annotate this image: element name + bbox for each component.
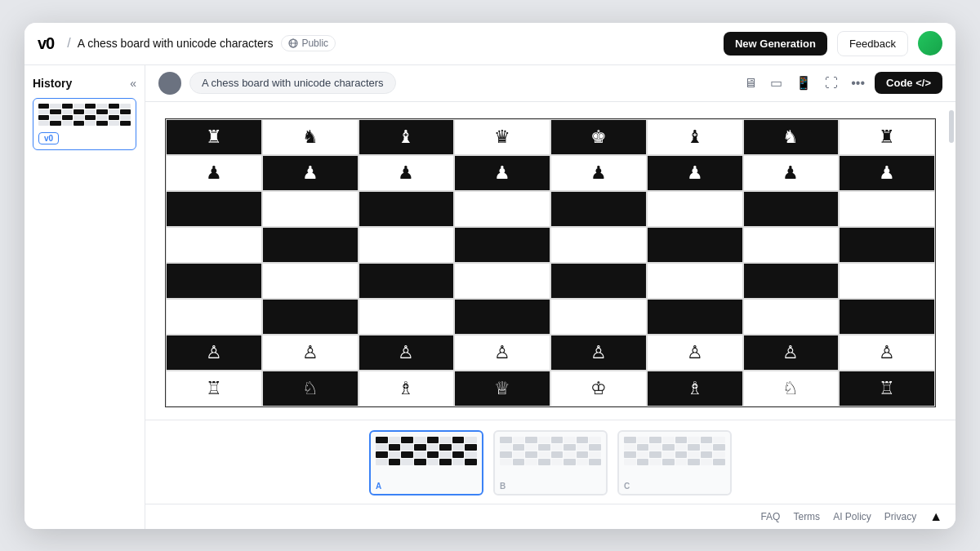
chess-cell: ♕ (454, 371, 550, 407)
variant-b-label: B (500, 482, 506, 491)
chess-cell (839, 263, 935, 299)
chess-cell: ♔ (550, 371, 647, 407)
chess-cell: ♜ (839, 119, 935, 155)
chess-cell: ♟ (743, 155, 840, 191)
chess-cell (166, 299, 262, 335)
chess-cell (262, 191, 359, 227)
chess-cell: ♙ (550, 335, 647, 371)
scrollbar[interactable] (949, 102, 956, 420)
faq-link[interactable]: FAQ (760, 511, 780, 522)
chess-cell: ♟ (262, 155, 359, 191)
chess-cell: ♘ (262, 371, 359, 407)
toolbar-right: 🖥 ▭ 📱 ⛶ ••• Code </> (741, 72, 942, 94)
chess-cell (550, 299, 647, 335)
globe-icon (288, 38, 298, 48)
chess-cell: ♖ (166, 371, 262, 407)
more-icon[interactable]: ••• (848, 73, 868, 94)
version-badge: v0 (38, 132, 59, 144)
history-title: History (33, 77, 72, 90)
deploy-button[interactable]: ▲ (929, 509, 942, 524)
chess-cell (166, 191, 262, 227)
chess-cell (839, 191, 935, 227)
chess-cell (839, 299, 935, 335)
variant-b[interactable]: B (493, 430, 608, 495)
chess-cell: ♙ (262, 335, 359, 371)
chess-cell: ♙ (454, 335, 550, 371)
history-item[interactable]: v0 (33, 98, 136, 150)
chess-cell (647, 299, 743, 335)
breadcrumb-slash: / (67, 36, 70, 51)
user-avatar (918, 31, 942, 56)
variant-b-thumbnail (500, 437, 601, 465)
chess-cell (359, 299, 455, 335)
terms-link[interactable]: Terms (793, 511, 820, 522)
chess-cell (359, 227, 455, 263)
chess-cell (743, 299, 840, 335)
chess-cell: ♟ (454, 155, 550, 191)
public-label: Public (301, 38, 328, 49)
mobile-icon[interactable]: 📱 (792, 72, 815, 94)
variant-c[interactable]: C (617, 430, 732, 495)
variant-c-thumbnail (624, 437, 725, 465)
chess-cell: ♛ (454, 119, 550, 155)
header-right: New Generation Feedback (724, 31, 942, 56)
chess-cell (454, 299, 550, 335)
chess-cell: ♙ (166, 335, 262, 371)
chess-cell: ♝ (359, 119, 455, 155)
chess-cell: ♟ (359, 155, 455, 191)
chess-cell: ♙ (743, 335, 840, 371)
project-title: A chess board with unicode characters (78, 37, 274, 50)
chess-cell (839, 227, 935, 263)
main-panel: A chess board with unicode characters 🖥 … (145, 65, 956, 529)
chess-cell (647, 191, 743, 227)
chess-cell (166, 227, 262, 263)
chess-cell: ♜ (166, 119, 262, 155)
sidebar-header: History « (33, 77, 136, 90)
toolbar: A chess board with unicode characters 🖥 … (145, 65, 956, 102)
toolbar-avatar (158, 72, 181, 95)
variants-bar: A B (145, 420, 956, 504)
variant-a[interactable]: A (369, 430, 483, 495)
prompt-tag[interactable]: A chess board with unicode characters (189, 72, 396, 94)
feedback-button[interactable]: Feedback (837, 31, 908, 56)
sidebar: History « v0 (24, 65, 145, 529)
chess-cell (359, 263, 455, 299)
chess-cell (550, 191, 647, 227)
chess-cell: ♙ (839, 335, 935, 371)
chess-cell (743, 191, 840, 227)
new-generation-button[interactable]: New Generation (724, 32, 827, 56)
chess-cell (454, 227, 550, 263)
chess-cell: ♟ (647, 155, 743, 191)
chess-cell (262, 299, 359, 335)
chess-cell (743, 227, 840, 263)
sidebar-collapse-button[interactable]: « (130, 77, 136, 90)
chess-cell (550, 263, 647, 299)
chess-cell: ♗ (359, 371, 455, 407)
scrollbar-thumb[interactable] (949, 110, 954, 143)
chess-cell: ♟ (166, 155, 262, 191)
public-badge: Public (281, 35, 336, 51)
variant-a-thumbnail (376, 437, 477, 465)
header: v0 / A chess board with unicode characte… (24, 23, 956, 65)
chess-cell (262, 263, 359, 299)
chess-cell: ♟ (839, 155, 935, 191)
app-window: v0 / A chess board with unicode characte… (24, 23, 956, 529)
desktop-icon[interactable]: 🖥 (741, 73, 760, 94)
chess-cell: ♞ (743, 119, 840, 155)
ai-policy-link[interactable]: AI Policy (833, 511, 871, 522)
variant-a-label: A (376, 482, 381, 491)
chess-cell: ♙ (359, 335, 455, 371)
chess-cell: ♘ (743, 371, 840, 407)
chess-cell: ♝ (647, 119, 743, 155)
code-button[interactable]: Code </> (875, 72, 942, 94)
chess-cell: ♗ (647, 371, 743, 407)
chess-cell (647, 263, 743, 299)
chess-cell (166, 263, 262, 299)
preview-area: ♜ ♞ ♝ ♛ ♚ ♝ ♞ ♜ ♟ ♟ ♟ ♟ ♟ ♟ ♟ ♟ (145, 102, 956, 420)
body: History « v0 A chess board with unicode … (24, 65, 956, 529)
fullscreen-icon[interactable]: ⛶ (822, 73, 841, 94)
privacy-link[interactable]: Privacy (884, 511, 916, 522)
chess-cell: ♞ (262, 119, 359, 155)
tablet-icon[interactable]: ▭ (767, 72, 786, 94)
chess-cell (262, 227, 359, 263)
